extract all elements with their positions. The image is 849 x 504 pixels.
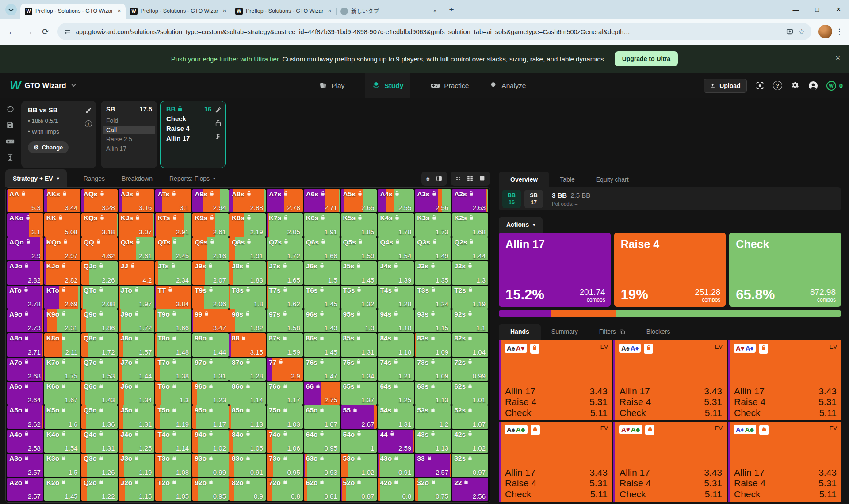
url-text[interactable]: app.gtowizard.com/solutions?solution_typ… [76, 28, 781, 35]
matrix-cell-72s[interactable]: 72s0.99 [452, 358, 488, 381]
maximize-button[interactable]: □ [807, 0, 828, 19]
matrix-cell-54o[interactable]: 54o1 [341, 430, 377, 453]
matrix-cell-K7o[interactable]: K7o1.75 [44, 358, 80, 381]
matrix-cell-22[interactable]: 222.56 [452, 478, 488, 501]
bb-action-check[interactable]: Check [166, 115, 213, 122]
matrix-cell-53o[interactable]: 53o1.02 [341, 454, 377, 477]
matrix-cell-84s[interactable]: 84s1.18 [378, 333, 414, 356]
matrix-cell-97o[interactable]: 97o1.31 [192, 358, 229, 381]
tab-close-icon[interactable]: × [326, 8, 333, 15]
stack-depth-icon[interactable] [6, 154, 14, 162]
menu-practice[interactable]: Practice [431, 73, 469, 98]
matrix-cell-32o[interactable]: 32o0.75 [415, 478, 451, 501]
matrix-cell-K4s[interactable]: K4s1.78 [378, 213, 414, 236]
matrix-cell-55[interactable]: 552.67 [341, 405, 377, 428]
matrix-cell-Q2s[interactable]: Q2s1.44 [452, 237, 488, 260]
tab-breakdown[interactable]: Breakdown [122, 175, 153, 182]
hand-card-AdAc[interactable]: A♦A♣EVAllin 173.43Raise 45.31Check5.11 [728, 422, 841, 502]
matrix-cell-K9o[interactable]: K9o2.31 [44, 309, 80, 332]
matrix-cell-QQ[interactable]: QQ4.62 [81, 237, 118, 260]
matrix-cell-A9o[interactable]: A9o2.73 [7, 309, 43, 332]
matrix-cell-A5s[interactable]: A5s2.65 [341, 189, 377, 212]
lock-badge[interactable] [530, 344, 539, 354]
sb-stack-pill[interactable]: SB17 [524, 190, 543, 208]
tab-equity-chart[interactable]: Equity chart [585, 176, 639, 187]
matrix-cell-74s[interactable]: 74s1.21 [378, 358, 414, 381]
matrix-cell-77[interactable]: 772.9 [267, 358, 303, 381]
matrix-cell-QJo[interactable]: QJo2.26 [81, 261, 118, 284]
matrix-cell-T5s[interactable]: T5s1.32 [341, 286, 377, 309]
history-icon[interactable] [6, 105, 15, 113]
matrix-cell-Q5s[interactable]: Q5s1.59 [341, 237, 377, 260]
matrix-cell-98s[interactable]: 98s1.82 [229, 309, 266, 332]
matrix-cell-85o[interactable]: 85o1.13 [229, 405, 266, 428]
matrix-cell-Q4s[interactable]: Q4s1.54 [378, 237, 414, 260]
matrix-cell-QTs[interactable]: QTs2.45 [155, 237, 191, 260]
gear-icon[interactable] [791, 81, 800, 90]
matrix-cell-A3s[interactable]: A3s2.56 [415, 189, 451, 212]
matrix-cell-K8s[interactable]: K8s2.19 [229, 213, 266, 236]
matrix-cell-T2s[interactable]: T2s1.19 [452, 286, 488, 309]
matrix-cell-Q8s[interactable]: Q8s1.91 [229, 237, 266, 260]
matrix-cell-62o[interactable]: 62o0.81 [304, 478, 340, 501]
tab-close-icon[interactable]: × [115, 8, 123, 15]
matrix-cell-Q3o[interactable]: Q3o1.26 [81, 454, 118, 477]
matrix-cell-74o[interactable]: 74o1.06 [267, 430, 303, 453]
matrix-cell-T7s[interactable]: T7s1.62 [267, 286, 303, 309]
sb-action-fold[interactable]: Fold [103, 116, 155, 125]
bb-action-panel[interactable]: BB 16 Check Raise 4 Allin 17 [160, 101, 226, 168]
matrix-cell-K6o[interactable]: K6o1.67 [44, 382, 80, 405]
gamepad-icon[interactable] [6, 137, 15, 146]
tab-close-icon[interactable]: × [221, 8, 228, 15]
brand[interactable]: W GTO Wizard [10, 73, 75, 98]
save-icon[interactable] [6, 121, 14, 129]
matrix-cell-Q7s[interactable]: Q7s1.72 [267, 237, 303, 260]
tab-reports-flops[interactable]: Reports: Flops▾ [169, 175, 215, 182]
matrix-cell-KTs[interactable]: KTs2.91 [155, 213, 191, 236]
matrix-cell-K4o[interactable]: K4o1.54 [44, 430, 80, 453]
matrix-cell-95s[interactable]: 95s1.3 [341, 309, 377, 332]
tab-blockers[interactable]: Blockers [636, 328, 681, 340]
matrix-cell-K9s[interactable]: K9s2.61 [192, 213, 229, 236]
matrix-cell-Q9o[interactable]: Q9o1.86 [81, 309, 118, 332]
scan-icon[interactable] [755, 81, 765, 90]
matrix-cell-K3o[interactable]: K3o1.5 [44, 454, 80, 477]
banner-close-icon[interactable]: × [835, 53, 840, 63]
tab-summary[interactable]: Summary [541, 328, 589, 340]
matrix-cell-Q6s[interactable]: Q6s1.66 [304, 237, 340, 260]
matrix-cell-96s[interactable]: 96s1.43 [304, 309, 340, 332]
matrix-cell-86s[interactable]: 86s1.45 [304, 333, 340, 356]
hand-card-AsAd[interactable]: A♠A♦EVAllin 173.43Raise 45.31Check5.11 [613, 340, 727, 420]
matrix-cell-T3s[interactable]: T3s1.24 [415, 286, 451, 309]
action-card-check[interactable]: Check65.8%872.98combos [729, 233, 841, 307]
matrix-cell-83s[interactable]: 83s1.09 [415, 333, 451, 356]
matrix-cell-T6o[interactable]: T6o1.3 [155, 382, 191, 405]
hand-card-AhAd[interactable]: A♥A♦EVAllin 173.43Raise 45.31Check5.11 [728, 340, 841, 420]
matrix-cell-KQo[interactable]: KQo2.97 [44, 237, 80, 260]
matrix-cell-AQo[interactable]: AQo2.9 [7, 237, 43, 260]
bb-stack-pill[interactable]: BB16 [502, 190, 521, 208]
matrix-cell-A5o[interactable]: A5o2.62 [7, 405, 43, 428]
matrix-cell-52o[interactable]: 52o0.87 [341, 478, 377, 501]
menu-study[interactable]: Study [365, 73, 410, 98]
address-bar[interactable]: app.gtowizard.com/solutions?solution_typ… [57, 23, 811, 40]
matrix-cell-JJ[interactable]: JJ4.2 [119, 261, 155, 284]
hand-card-AsAh[interactable]: A♠A♥EVAllin 173.43Raise 45.31Check5.11 [499, 340, 612, 420]
matrix-cell-A6o[interactable]: A6o2.64 [7, 382, 43, 405]
matrix-cell-T3o[interactable]: T3o1.08 [155, 454, 191, 477]
matrix-cell-QJs[interactable]: QJs2.61 [119, 237, 155, 260]
matrix-cell-T2o[interactable]: T2o1.05 [155, 478, 191, 501]
matrix-cell-83o[interactable]: 83o0.91 [229, 454, 266, 477]
matrix-cell-AJs[interactable]: AJs3.16 [119, 189, 155, 212]
matrix-cell-T9o[interactable]: T9o1.66 [155, 309, 191, 332]
matrix-cell-J8o[interactable]: J8o1.57 [119, 333, 155, 356]
suits-view-icon[interactable]: ♠ [426, 175, 430, 183]
matrix-cell-64s[interactable]: 64s1.25 [378, 382, 414, 405]
matrix-cell-44[interactable]: 442.59 [378, 430, 414, 453]
matrix-cell-J9s[interactable]: J9s2.07 [192, 261, 229, 284]
install-app-icon[interactable] [786, 28, 794, 36]
forward-button[interactable]: → [21, 24, 36, 39]
matrix-cell-85s[interactable]: 85s1.31 [341, 333, 377, 356]
tab-strategy-ev[interactable]: Strategy + EV▾ [5, 169, 67, 187]
large-grid-icon[interactable] [467, 176, 473, 182]
